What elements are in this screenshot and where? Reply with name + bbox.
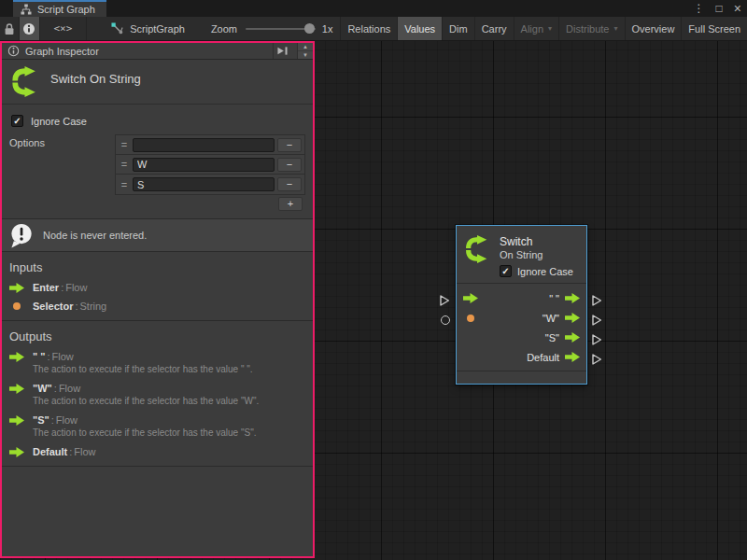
hollow-triangle-icon — [591, 314, 602, 327]
relations-button[interactable]: Relations — [340, 17, 397, 40]
dim-button[interactable]: Dim — [442, 17, 474, 40]
port-description: The action to execute if the selector ha… — [33, 364, 305, 375]
full-screen-button[interactable]: Full Screen — [681, 17, 747, 40]
remove-option-button[interactable]: − — [277, 158, 302, 172]
code-preview-button[interactable]: <×> — [40, 17, 88, 40]
zoom-label: Zoom — [211, 17, 237, 40]
hollow-triangle-icon — [439, 294, 450, 307]
output-port-icon[interactable] — [565, 352, 580, 362]
remove-option-button[interactable]: − — [277, 177, 302, 191]
flow-arrow-icon — [9, 415, 24, 426]
option-row: = − — [116, 155, 304, 175]
minus-icon: − — [287, 179, 292, 189]
info-icon — [22, 22, 35, 35]
ignore-case-checkbox[interactable]: ✓ — [11, 115, 23, 127]
tab-script-graph[interactable]: Script Graph — [13, 0, 106, 17]
panel-scroll-spinner: ▲ ▼ — [297, 43, 313, 59]
inspector-title: Graph Inspector — [25, 46, 99, 57]
flow-arrow-icon — [9, 447, 24, 457]
window-menu-icon[interactable]: ⋮ — [694, 0, 705, 17]
zoom-slider[interactable] — [246, 17, 316, 40]
input-port-enter: Enter:Flow — [9, 282, 305, 293]
selector-port-icon[interactable] — [467, 315, 474, 322]
external-output-port-s[interactable] — [591, 333, 602, 346]
option-input-1[interactable] — [133, 158, 275, 172]
node-ignore-case-row: ✓ Ignore Case — [500, 265, 573, 277]
option-row: = − — [116, 135, 304, 155]
hollow-triangle-icon — [591, 353, 602, 366]
option-row: = − — [116, 175, 304, 194]
node-title: Switch — [500, 235, 573, 248]
graph-reference-breadcrumb[interactable]: ScriptGraph — [111, 17, 185, 40]
switch-on-string-node[interactable]: Switch On String ✓ Ignore Case " " "W" — [456, 225, 587, 385]
external-selector-port[interactable] — [441, 315, 450, 325]
align-dropdown-button[interactable]: Align ▾ — [514, 17, 558, 40]
external-output-port-default[interactable] — [591, 353, 602, 366]
outputs-section: Outputs " ":Flow The action to execute i… — [2, 321, 313, 467]
ignore-case-label: Ignore Case — [517, 266, 573, 277]
outputs-header: Outputs — [9, 329, 305, 343]
ignore-case-label: Ignore Case — [31, 116, 87, 127]
inputs-header: Inputs — [9, 260, 305, 274]
graph-reference-icon — [111, 22, 123, 35]
overview-button[interactable]: Overview — [625, 17, 682, 40]
output-port-icon[interactable] — [565, 313, 580, 323]
output-port-icon[interactable] — [565, 332, 580, 343]
flow-arrow-icon — [9, 352, 24, 362]
node-subtitle: On String — [500, 249, 573, 260]
title-bar: Script Graph ⋮ □ × — [0, 0, 747, 17]
tab-title: Script Graph — [37, 4, 95, 15]
output-port-s: "S":Flow — [9, 414, 305, 426]
output-port-default: Default:Flow — [9, 446, 305, 457]
node-title: Switch On String — [50, 72, 141, 86]
info-icon — [7, 45, 20, 57]
node-ports: " " "W" "S" Default — [457, 283, 586, 371]
hollow-triangle-icon — [591, 294, 602, 307]
drag-handle[interactable]: = — [116, 179, 133, 190]
switch-node-icon — [463, 235, 491, 263]
close-icon[interactable]: × — [734, 0, 741, 17]
flow-arrow-icon — [9, 384, 24, 394]
carry-button[interactable]: Carry — [474, 17, 514, 40]
external-output-port-w[interactable] — [591, 314, 602, 327]
check-icon: ✓ — [501, 267, 509, 276]
flow-arrow-icon — [9, 283, 24, 293]
output-port-icon[interactable] — [565, 293, 580, 303]
distribute-dropdown-button[interactable]: Distribute ▾ — [558, 17, 624, 40]
external-enter-port[interactable] — [439, 294, 450, 307]
dock-panel-button[interactable] — [273, 43, 291, 59]
hollow-circle-icon — [441, 315, 450, 325]
node-footer — [457, 371, 586, 382]
scroll-down-icon[interactable]: ▼ — [298, 50, 313, 59]
switch-node-icon — [9, 66, 40, 97]
option-input-2[interactable] — [133, 177, 275, 191]
port-description: The action to execute if the selector ha… — [33, 396, 305, 407]
hollow-triangle-icon — [591, 333, 602, 346]
node-title-block: Switch On String — [2, 60, 313, 105]
warning-text: Node is never entered. — [43, 230, 147, 241]
window-controls: ⋮ □ × — [694, 0, 741, 17]
output-port-space: " ":Flow — [9, 351, 305, 362]
inspector-header: Graph Inspector ▲ ▼ — [2, 43, 313, 60]
add-option-button[interactable]: + — [278, 197, 303, 211]
string-port-icon — [13, 302, 21, 310]
maximize-icon[interactable]: □ — [716, 0, 723, 17]
options-list: = − = − = − — [115, 134, 305, 195]
node-settings-form: ✓ Ignore Case Options = − = − — [2, 105, 313, 218]
toolbar-buttons: Relations Values Dim Carry Align ▾ Distr… — [340, 17, 747, 40]
external-output-port-space[interactable] — [591, 294, 602, 307]
values-button[interactable]: Values — [397, 17, 442, 40]
dock-icon — [276, 46, 289, 56]
zoom-slider-handle[interactable] — [304, 23, 315, 34]
port-description: The action to execute if the selector ha… — [33, 427, 305, 439]
minus-icon: − — [287, 160, 292, 170]
drag-handle[interactable]: = — [116, 159, 133, 170]
scroll-up-icon[interactable]: ▲ — [298, 43, 313, 50]
lock-button[interactable] — [0, 17, 20, 40]
inspector-toggle-button[interactable] — [20, 17, 39, 40]
option-input-0[interactable] — [133, 138, 275, 152]
remove-option-button[interactable]: − — [277, 138, 302, 152]
ignore-case-checkbox[interactable]: ✓ — [500, 265, 512, 277]
drag-handle[interactable]: = — [116, 139, 133, 150]
enter-port-icon[interactable] — [463, 293, 478, 303]
